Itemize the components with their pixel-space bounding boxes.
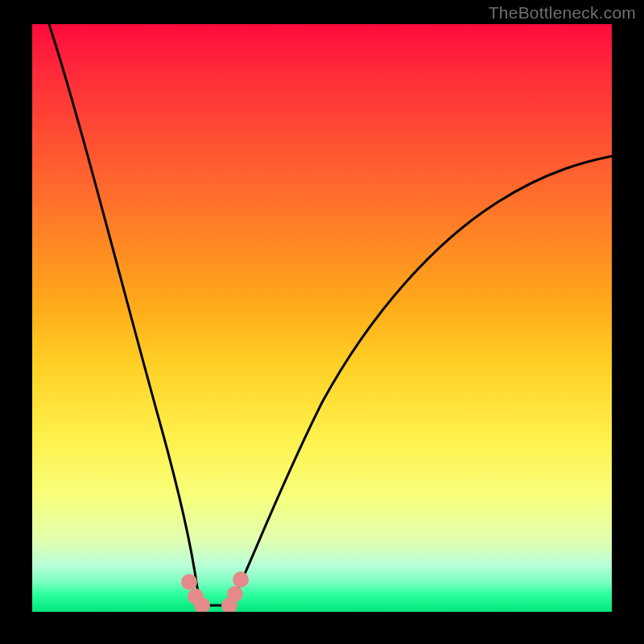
watermark-text: TheBottleneck.com xyxy=(489,3,636,23)
chart-frame: TheBottleneck.com xyxy=(0,0,644,644)
marker-dot xyxy=(227,586,243,602)
marker-dot xyxy=(181,574,197,590)
right-curve xyxy=(229,156,612,605)
marker-dot xyxy=(233,572,249,588)
left-curve xyxy=(49,24,204,605)
plot-area xyxy=(32,24,612,612)
curve-svg xyxy=(32,24,612,612)
